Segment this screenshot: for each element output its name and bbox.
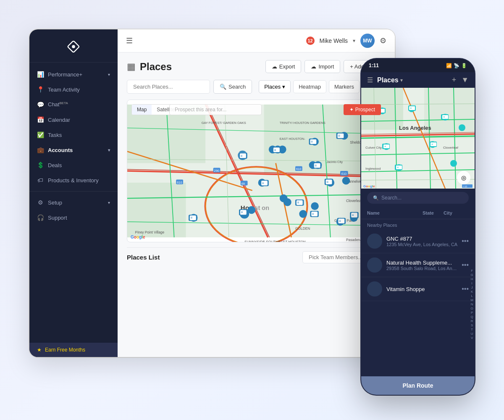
calendar-icon: 📅 [37, 116, 44, 123]
svg-rect-113 [424, 88, 475, 138]
markers-button[interactable]: Markers [329, 80, 360, 93]
plan-route-button[interactable]: Plan Route [361, 376, 475, 395]
svg-text:EAST HOUSTON-: EAST HOUSTON- [280, 137, 305, 141]
support-icon: 🎧 [37, 214, 44, 221]
team-activity-icon: 📍 [37, 86, 44, 93]
sidebar: 📊 Performance+ ▾ 📍 Team Activity 💬 ChatB… [29, 29, 118, 357]
svg-text:≡: ≡ [352, 213, 354, 217]
svg-text:610: 610 [177, 181, 182, 184]
item-avatar [367, 281, 382, 297]
phone-status-bar: 1:11 📶 📡 🔋 [361, 59, 475, 72]
sidebar-item-label: Setup [48, 200, 104, 206]
svg-text:≡: ≡ [274, 148, 276, 152]
sidebar-nav: 📊 Performance+ ▾ 📍 Team Activity 💬 ChatB… [29, 63, 118, 343]
more-options-button[interactable]: ••• [462, 261, 469, 269]
google-logo: Google [131, 235, 145, 239]
item-name: GNC #877 [386, 236, 457, 242]
map-tab-map[interactable]: Map [132, 105, 152, 115]
phone-map-svg: Los Angeles Beverly Hills Culver City In… [361, 88, 475, 189]
col-state: State [423, 210, 444, 215]
settings-icon[interactable]: ⚙ [380, 36, 386, 45]
accounts-icon: 💼 [37, 147, 44, 153]
main-content: ☰ 12 Mike Wells ▾ MW ⚙ ▦ Places [118, 29, 395, 357]
search-icon: 🔍 [373, 195, 379, 201]
svg-text:I-10: I-10 [463, 185, 467, 188]
svg-text:st: st [255, 205, 260, 211]
dropdown-arrow-icon: ▾ [108, 148, 110, 152]
dropdown-arrow-icon: ▾ [108, 200, 110, 205]
sidebar-item-accounts[interactable]: 💼 Accounts ▾ [29, 142, 118, 158]
svg-point-53 [280, 194, 288, 202]
phone-app-title: Places [377, 76, 399, 84]
places-filter-button[interactable]: Places ▾ [259, 80, 291, 93]
phone-search-bar: 🔍 Search... [361, 189, 475, 207]
sidebar-divider [29, 191, 118, 192]
search-button[interactable]: 🔍 Search [213, 80, 252, 94]
svg-text:Cloverleaf: Cloverleaf [443, 146, 459, 150]
deals-icon: 💲 [37, 162, 44, 168]
phone-add-button[interactable]: + [452, 76, 457, 84]
heatmap-button[interactable]: Heatmap [293, 80, 326, 93]
svg-text:≡: ≡ [311, 139, 313, 144]
svg-text:Culver City: Culver City [365, 146, 382, 150]
avatar[interactable]: MW [360, 34, 375, 48]
alphabet-index: F G H I J K L M N O P Q R S T U V [470, 269, 473, 340]
svg-text:Piney Point Village: Piney Point Village [135, 230, 165, 234]
svg-text:≡: ≡ [262, 181, 264, 185]
phone-title-dropdown[interactable]: ▾ [400, 77, 403, 83]
svg-point-55 [311, 202, 319, 210]
svg-text:TRINITY/ HOUSTON GARDENS: TRINITY/ HOUSTON GARDENS [280, 121, 326, 125]
sidebar-item-label: Accounts [48, 147, 104, 153]
col-name: Name [367, 210, 423, 215]
prospect-area-input[interactable]: Prospect this area for... [169, 104, 262, 115]
sidebar-item-label: Tasks [48, 132, 110, 138]
phone-map[interactable]: Los Angeles Beverly Hills Culver City In… [361, 88, 475, 189]
sidebar-item-calendar[interactable]: 📅 Calendar [29, 112, 118, 127]
prospect-button[interactable]: ✦ Prospect [344, 104, 381, 115]
sidebar-item-label: ChatBETA [48, 101, 110, 108]
more-options-button[interactable]: ••• [462, 285, 469, 293]
sidebar-item-label: Calendar [48, 117, 110, 123]
phone-menu-button[interactable]: ☰ [367, 76, 373, 84]
dropdown-arrow-icon: ▾ [282, 84, 285, 90]
places-list-bar: Places List [127, 247, 386, 267]
search-input[interactable] [127, 80, 210, 94]
user-dropdown-button[interactable]: ▾ [353, 38, 355, 44]
map-container[interactable]: Map Satellite Prospect this area for... … [127, 100, 386, 242]
phone-app-header: ☰ Places ▾ + ▼ [361, 72, 475, 88]
upload-icon: ☁ [272, 63, 277, 70]
svg-text:on: on [262, 205, 269, 211]
sidebar-item-team-activity[interactable]: 📍 Team Activity [29, 82, 118, 97]
sidebar-item-support[interactable]: 🎧 Support [29, 210, 118, 225]
svg-point-144 [450, 160, 457, 167]
phone-filter-button[interactable]: ▼ [461, 76, 469, 84]
notification-badge[interactable]: 12 [306, 37, 315, 45]
more-options-button[interactable]: ••• [462, 237, 469, 245]
sidebar-item-tasks[interactable]: ✅ Tasks [29, 127, 118, 142]
phone-location-button[interactable]: ◎ [457, 171, 470, 184]
sidebar-item-setup[interactable]: ⚙ Setup ▾ [29, 195, 118, 210]
sidebar-item-performance[interactable]: 📊 Performance+ ▾ [29, 67, 118, 82]
phone-search-input[interactable]: 🔍 Search... [367, 192, 469, 204]
search-bar: 🔍 Search Places ▾ Heatmap Markers Traffi… [127, 80, 386, 94]
svg-text:≡: ≡ [338, 134, 340, 138]
import-button[interactable]: ☁ Import [304, 60, 340, 73]
phone-header-actions: + ▼ [452, 76, 469, 84]
list-item[interactable]: Vitamin Shoppe ••• [361, 277, 475, 301]
dropdown-arrow-icon: ▾ [108, 72, 110, 77]
earn-free-months-button[interactable]: ★ Earn Free Months [29, 343, 118, 357]
menu-toggle-button[interactable]: ☰ [126, 36, 133, 45]
page-header: ▦ Places ☁ Export ☁ Import [127, 60, 386, 73]
list-item[interactable]: Natural Health Suppleme... 29358 South S… [361, 253, 475, 277]
svg-text:GOLDEN: GOLDEN [295, 226, 310, 231]
nearby-places-label: Nearby Places [361, 219, 475, 229]
sidebar-item-chat[interactable]: 💬 ChatBETA [29, 97, 118, 112]
sidebar-item-deals[interactable]: 💲 Deals [29, 158, 118, 173]
svg-text:610: 610 [341, 172, 346, 176]
export-button[interactable]: ☁ Export [265, 60, 302, 73]
sidebar-item-products[interactable]: 🏷 Products & Inventory [29, 173, 118, 188]
star-icon: ★ [37, 347, 42, 353]
svg-text:≡: ≡ [397, 166, 399, 169]
list-item[interactable]: GNC #877 1235 McVey Ave, Los Angeles, CA… [361, 229, 475, 253]
chat-icon: 💬 [37, 101, 44, 108]
